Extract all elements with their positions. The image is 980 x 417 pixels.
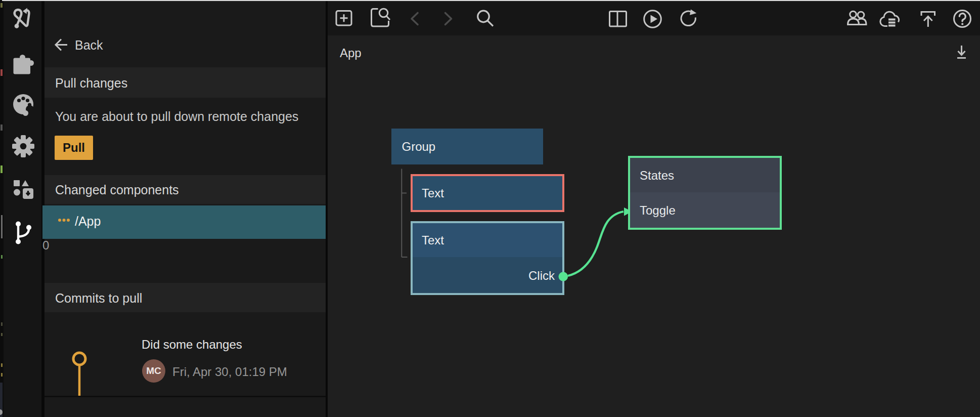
svg-text:Click: Click [528,269,555,282]
svg-text:Toggle: Toggle [640,203,676,217]
svg-text:Group: Group [402,140,436,153]
svg-text:States: States [640,169,674,182]
svg-text:Text: Text [422,186,444,200]
svg-text:Text: Text [422,233,444,247]
